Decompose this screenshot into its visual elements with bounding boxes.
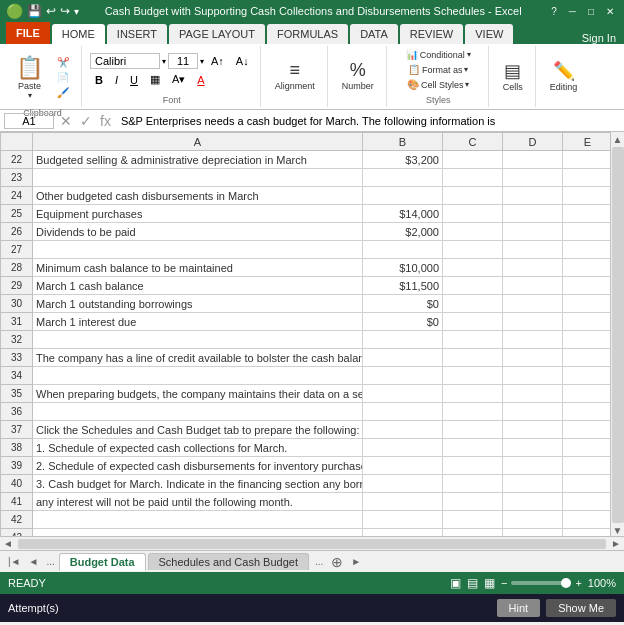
cell-34-A[interactable] bbox=[33, 367, 363, 385]
cell-39-A[interactable]: 2. Schedule of expected cash disbursemen… bbox=[33, 457, 363, 475]
paste-button[interactable]: 📋 Paste ▾ bbox=[10, 48, 49, 106]
cell-37-D[interactable] bbox=[503, 421, 563, 439]
cell-37-C[interactable] bbox=[443, 421, 503, 439]
cell-23-E[interactable] bbox=[563, 169, 611, 187]
show-me-button[interactable]: Show Me bbox=[546, 599, 616, 617]
font-size-input[interactable] bbox=[168, 53, 198, 69]
cell-36-B[interactable] bbox=[363, 403, 443, 421]
border-btn[interactable]: ▦ bbox=[145, 71, 165, 88]
cell-42-C[interactable] bbox=[443, 511, 503, 529]
hint-button[interactable]: Hint bbox=[497, 599, 541, 617]
cell-27-C[interactable] bbox=[443, 241, 503, 259]
cell-23-A[interactable] bbox=[33, 169, 363, 187]
cell-29-E[interactable] bbox=[563, 277, 611, 295]
cell-42-B[interactable] bbox=[363, 511, 443, 529]
col-header-b[interactable]: B bbox=[363, 133, 443, 151]
cell-31-C[interactable] bbox=[443, 313, 503, 331]
format-painter-button[interactable]: 🖌️ bbox=[51, 86, 75, 99]
horizontal-scrollbar[interactable]: ◄ ► bbox=[0, 536, 624, 550]
sheet-nav-prev[interactable]: ◄ bbox=[25, 554, 43, 569]
cell-41-E[interactable] bbox=[563, 493, 611, 511]
cell-35-D[interactable] bbox=[503, 385, 563, 403]
cell-32-D[interactable] bbox=[503, 331, 563, 349]
cell-31-E[interactable] bbox=[563, 313, 611, 331]
zoom-handle[interactable] bbox=[561, 578, 571, 588]
cell-40-C[interactable] bbox=[443, 475, 503, 493]
quick-access-redo[interactable]: ↪ bbox=[60, 4, 70, 18]
sheet-add-btn[interactable]: ⊕ bbox=[327, 554, 347, 570]
cell-29-A[interactable]: March 1 cash balance bbox=[33, 277, 363, 295]
cell-36-C[interactable] bbox=[443, 403, 503, 421]
cell-37-A[interactable]: Click the Schedules and Cash Budget tab … bbox=[33, 421, 363, 439]
cell-37-B[interactable] bbox=[363, 421, 443, 439]
conditional-formatting-button[interactable]: 📊 Conditional ▾ bbox=[400, 48, 477, 61]
cell-42-A[interactable] bbox=[33, 511, 363, 529]
cell-28-B[interactable]: $10,000 bbox=[363, 259, 443, 277]
cell-32-B[interactable] bbox=[363, 331, 443, 349]
cell-43-D[interactable] bbox=[503, 529, 563, 537]
tab-home[interactable]: HOME bbox=[52, 24, 105, 44]
help-btn[interactable]: ? bbox=[547, 5, 561, 18]
cell-41-D[interactable] bbox=[503, 493, 563, 511]
font-name-input[interactable] bbox=[90, 53, 160, 69]
font-size-caret[interactable]: ▾ bbox=[200, 57, 204, 66]
cells-button[interactable]: ▤ Cells bbox=[497, 51, 529, 101]
cell-27-D[interactable] bbox=[503, 241, 563, 259]
cell-31-A[interactable]: March 1 interest due bbox=[33, 313, 363, 331]
vertical-scrollbar[interactable]: ▲ ▼ bbox=[610, 132, 624, 536]
fill-color-btn[interactable]: A▾ bbox=[167, 71, 190, 88]
cell-30-D[interactable] bbox=[503, 295, 563, 313]
cell-39-B[interactable] bbox=[363, 457, 443, 475]
cell-25-C[interactable] bbox=[443, 205, 503, 223]
cell-22-C[interactable] bbox=[443, 151, 503, 169]
cell-41-B[interactable] bbox=[363, 493, 443, 511]
cell-styles-button[interactable]: 🎨 Cell Styles ▾ bbox=[401, 78, 476, 91]
cut-button[interactable]: ✂️ bbox=[51, 56, 75, 69]
col-header-a[interactable]: A bbox=[33, 133, 363, 151]
col-header-e[interactable]: E bbox=[563, 133, 611, 151]
cell-29-B[interactable]: $11,500 bbox=[363, 277, 443, 295]
cell-26-D[interactable] bbox=[503, 223, 563, 241]
cell-43-C[interactable] bbox=[443, 529, 503, 537]
format-as-table-button[interactable]: 📋 Format as ▾ bbox=[402, 63, 475, 76]
cell-31-B[interactable]: $0 bbox=[363, 313, 443, 331]
cell-24-C[interactable] bbox=[443, 187, 503, 205]
cell-37-E[interactable] bbox=[563, 421, 611, 439]
cell-28-E[interactable] bbox=[563, 259, 611, 277]
cell-25-B[interactable]: $14,000 bbox=[363, 205, 443, 223]
cell-30-A[interactable]: March 1 outstanding borrowings bbox=[33, 295, 363, 313]
tab-formulas[interactable]: FORMULAS bbox=[267, 24, 348, 44]
cell-26-B[interactable]: $2,000 bbox=[363, 223, 443, 241]
cell-38-E[interactable] bbox=[563, 439, 611, 457]
cell-28-D[interactable] bbox=[503, 259, 563, 277]
copy-button[interactable]: 📄 bbox=[51, 71, 75, 84]
cell-31-D[interactable] bbox=[503, 313, 563, 331]
zoom-minus-btn[interactable]: − bbox=[501, 577, 507, 589]
cell-23-B[interactable] bbox=[363, 169, 443, 187]
cell-32-A[interactable] bbox=[33, 331, 363, 349]
cell-23-D[interactable] bbox=[503, 169, 563, 187]
cell-42-E[interactable] bbox=[563, 511, 611, 529]
cell-24-A[interactable]: Other budgeted cash disbursements in Mar… bbox=[33, 187, 363, 205]
cell-26-C[interactable] bbox=[443, 223, 503, 241]
cell-40-E[interactable] bbox=[563, 475, 611, 493]
cell-27-E[interactable] bbox=[563, 241, 611, 259]
cell-40-D[interactable] bbox=[503, 475, 563, 493]
minimize-btn[interactable]: ─ bbox=[565, 5, 580, 18]
cell-24-E[interactable] bbox=[563, 187, 611, 205]
cell-32-E[interactable] bbox=[563, 331, 611, 349]
cell-36-A[interactable] bbox=[33, 403, 363, 421]
cell-41-A[interactable]: any interest will not be paid until the … bbox=[33, 493, 363, 511]
scroll-right-arrow[interactable]: ► bbox=[608, 538, 624, 549]
cell-38-C[interactable] bbox=[443, 439, 503, 457]
tab-data[interactable]: DATA bbox=[350, 24, 398, 44]
quick-access-save[interactable]: 💾 bbox=[27, 4, 42, 18]
file-tab[interactable]: FILE bbox=[6, 22, 50, 44]
cell-38-A[interactable]: 1. Schedule of expected cash collections… bbox=[33, 439, 363, 457]
cell-39-E[interactable] bbox=[563, 457, 611, 475]
editing-button[interactable]: ✏️ Editing bbox=[544, 51, 584, 101]
cell-33-C[interactable] bbox=[443, 349, 503, 367]
cell-36-D[interactable] bbox=[503, 403, 563, 421]
scroll-thumb[interactable] bbox=[612, 147, 624, 523]
cell-43-E[interactable] bbox=[563, 529, 611, 537]
